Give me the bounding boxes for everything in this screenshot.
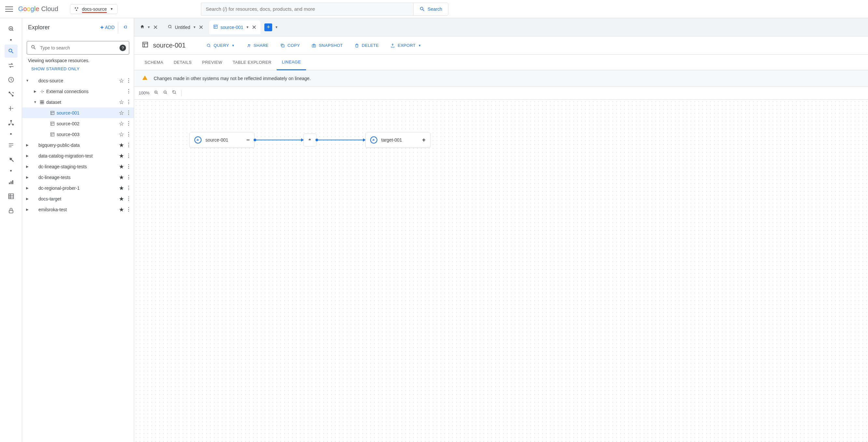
- tab-preview[interactable]: PREVIEW: [197, 55, 227, 70]
- more-icon[interactable]: ⋮: [126, 131, 131, 137]
- tab-lineage[interactable]: LINEAGE: [277, 55, 306, 70]
- tree-external-connections[interactable]: ▶ External connections ⋮: [22, 86, 134, 97]
- more-icon[interactable]: ⋮: [126, 88, 131, 94]
- more-icon[interactable]: ⋮: [126, 163, 131, 169]
- tree-project-bigquery-public[interactable]: ▶ bigquery-public-data ★ ⋮: [22, 139, 134, 150]
- google-cloud-logo[interactable]: Google Cloud: [18, 5, 58, 13]
- tree-table-source-001[interactable]: source-001 ☆ ⋮: [22, 107, 134, 118]
- collapse-icon[interactable]: −: [246, 137, 250, 144]
- star-filled-icon[interactable]: ★: [119, 141, 124, 149]
- tab-table-explorer[interactable]: TABLE EXPLORER: [227, 55, 277, 70]
- new-tab-dropdown[interactable]: ▼: [275, 25, 278, 29]
- tab-untitled[interactable]: Untitled ▼ ✕: [164, 21, 207, 34]
- tree-table-source-002[interactable]: source-002 ☆ ⋮: [22, 118, 134, 129]
- zoom-reset-button[interactable]: [172, 90, 177, 96]
- star-filled-icon[interactable]: ★: [119, 195, 124, 202]
- chevron-right-icon[interactable]: ▶: [25, 154, 30, 158]
- more-icon[interactable]: ⋮: [126, 153, 131, 159]
- tree-project-dc-lineage-staging[interactable]: ▶ dc-lineage-staging-tests ★ ⋮: [22, 161, 134, 172]
- rail-partner-icon[interactable]: [5, 139, 18, 152]
- search-input[interactable]: [201, 3, 413, 15]
- tree-dataset[interactable]: ▼ dataset ☆ ⋮: [22, 97, 134, 107]
- chevron-down-icon[interactable]: ▼: [147, 25, 150, 29]
- help-icon[interactable]: ?: [120, 44, 126, 51]
- explorer-search-input[interactable]: [27, 41, 129, 55]
- tab-home[interactable]: ▼ ✕: [136, 21, 162, 34]
- query-button[interactable]: QUERY▼: [207, 43, 235, 48]
- project-selector[interactable]: docs-source ▼: [70, 4, 118, 14]
- tree-table-source-003[interactable]: source-003 ☆ ⋮: [22, 129, 134, 139]
- star-filled-icon[interactable]: ★: [119, 185, 124, 192]
- rail-bigquery-icon[interactable]: [5, 22, 18, 35]
- copy-button[interactable]: COPY: [280, 43, 300, 48]
- close-icon[interactable]: ✕: [198, 24, 204, 31]
- star-filled-icon[interactable]: ★: [119, 163, 124, 170]
- star-icon[interactable]: ☆: [119, 99, 124, 106]
- star-filled-icon[interactable]: ★: [119, 152, 124, 159]
- star-icon[interactable]: ☆: [119, 131, 124, 138]
- chevron-right-icon[interactable]: ▶: [25, 186, 30, 190]
- chevron-down-icon[interactable]: ▼: [246, 25, 249, 29]
- delete-button[interactable]: DELETE: [354, 43, 379, 48]
- chevron-right-icon[interactable]: ▶: [25, 208, 30, 211]
- add-button[interactable]: + ADD: [97, 22, 118, 33]
- tree-project-docs-source[interactable]: ▼ docs-source ☆ ⋮: [22, 75, 134, 86]
- star-filled-icon[interactable]: ★: [119, 206, 124, 213]
- share-button[interactable]: SHARE: [246, 43, 269, 48]
- rail-dataplex-icon[interactable]: [5, 116, 18, 129]
- expand-icon[interactable]: +: [422, 137, 426, 144]
- tree-project-data-catalog[interactable]: ▶ data-catalog-migration-test ★ ⋮: [22, 150, 134, 161]
- collapse-panel-button[interactable]: [120, 22, 130, 33]
- menu-hamburger-icon[interactable]: [5, 5, 13, 13]
- search-button[interactable]: Search: [413, 3, 448, 15]
- more-icon[interactable]: ⋮: [126, 110, 131, 116]
- more-icon[interactable]: ⋮: [126, 196, 131, 202]
- show-starred-button[interactable]: SHOW STARRED ONLY: [28, 66, 128, 71]
- new-tab-button[interactable]: +: [265, 24, 272, 31]
- star-filled-icon[interactable]: ★: [119, 174, 124, 181]
- star-icon[interactable]: ☆: [119, 120, 124, 127]
- rail-sql-workspace-icon[interactable]: [5, 44, 18, 58]
- chevron-down-icon[interactable]: ▼: [33, 100, 38, 104]
- more-icon[interactable]: ⋮: [126, 207, 131, 213]
- chevron-down-icon[interactable]: ▼: [193, 25, 196, 29]
- lineage-node-source[interactable]: source-001 −: [189, 132, 255, 148]
- lineage-canvas[interactable]: source-001 − target-001 +: [134, 100, 868, 442]
- export-button[interactable]: EXPORT▼: [391, 43, 421, 48]
- rail-lock-icon[interactable]: [5, 204, 18, 217]
- tree-project-docs-target[interactable]: ▶ docs-target ★ ⋮: [22, 193, 134, 204]
- rail-dataform-icon[interactable]: [5, 102, 18, 115]
- chevron-right-icon[interactable]: ▶: [25, 143, 30, 147]
- rail-data-transfer-icon[interactable]: [5, 59, 18, 72]
- chevron-down-icon[interactable]: ▼: [25, 79, 30, 82]
- rail-admin-icon[interactable]: [5, 153, 18, 166]
- more-icon[interactable]: ⋮: [126, 120, 131, 127]
- chevron-right-icon[interactable]: ▶: [33, 90, 38, 93]
- lineage-node-target[interactable]: target-001 +: [365, 132, 430, 148]
- snapshot-button[interactable]: SNAPSHOT: [312, 43, 343, 48]
- zoom-out-button[interactable]: [163, 90, 168, 96]
- more-icon[interactable]: ⋮: [126, 174, 131, 180]
- close-icon[interactable]: ✕: [153, 24, 158, 31]
- rail-analytics-hub-icon[interactable]: [5, 88, 18, 101]
- close-icon[interactable]: ✕: [252, 24, 256, 31]
- chevron-right-icon[interactable]: ▶: [25, 197, 30, 200]
- more-icon[interactable]: ⋮: [126, 77, 131, 84]
- star-icon[interactable]: ☆: [119, 77, 124, 84]
- star-icon[interactable]: ☆: [119, 109, 124, 117]
- more-icon[interactable]: ⋮: [126, 99, 131, 105]
- tree-project-dc-regional-prober[interactable]: ▶ dc-regional-prober-1 ★ ⋮: [22, 183, 134, 193]
- tab-schema[interactable]: SCHEMA: [140, 55, 168, 70]
- tree-project-emilsroka-test[interactable]: ▶ emilsroka-test ★ ⋮: [22, 204, 134, 215]
- more-icon[interactable]: ⋮: [126, 142, 131, 148]
- rail-bi-engine-icon[interactable]: [5, 176, 18, 188]
- tree-project-dc-lineage-tests[interactable]: ▶ dc-lineage-tests ★ ⋮: [22, 172, 134, 183]
- zoom-in-button[interactable]: [154, 90, 159, 96]
- chevron-right-icon[interactable]: ▶: [25, 165, 30, 168]
- tab-source-001[interactable]: source-001 ▼ ✕: [209, 21, 260, 34]
- rail-scheduled-queries-icon[interactable]: [5, 73, 18, 86]
- lineage-process-node[interactable]: [304, 133, 316, 147]
- chevron-right-icon[interactable]: ▶: [25, 176, 30, 179]
- rail-table-icon[interactable]: [5, 190, 18, 203]
- tab-details[interactable]: DETAILS: [168, 55, 197, 70]
